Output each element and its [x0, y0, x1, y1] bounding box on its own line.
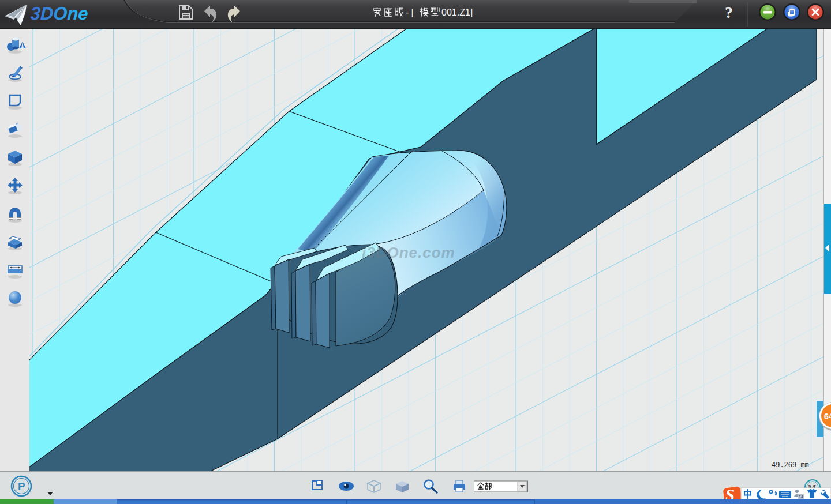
svg-text:49.269 mm: 49.269 mm — [772, 461, 809, 469]
svg-text:- [: - [ — [406, 7, 414, 17]
svg-text:64: 64 — [824, 412, 831, 421]
svg-text:001.Z1]: 001.Z1] — [441, 7, 473, 17]
svg-text:P: P — [18, 480, 25, 492]
svg-text:i3DOne.com: i3DOne.com — [362, 244, 455, 261]
svg-text:S: S — [725, 486, 735, 499]
svg-text:14: 14 — [799, 495, 803, 499]
svg-text:3DOne: 3DOne — [30, 3, 89, 24]
svg-text:?: ? — [725, 3, 733, 21]
